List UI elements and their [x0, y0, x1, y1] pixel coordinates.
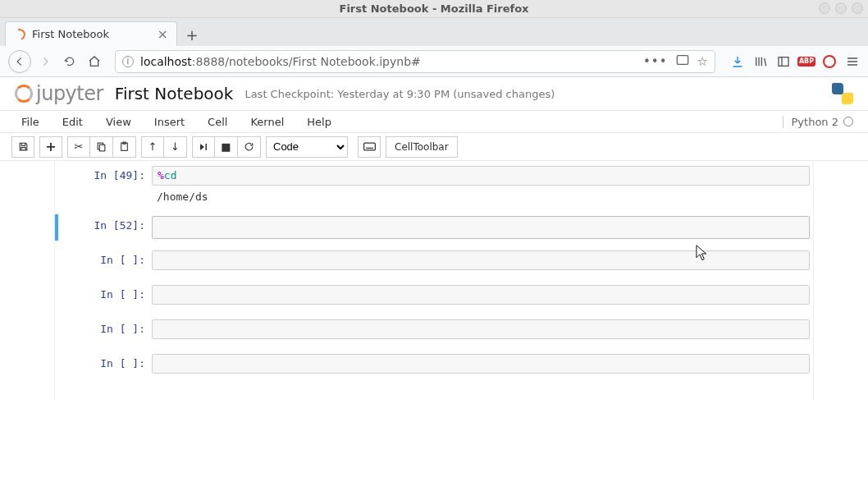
code-cell[interactable]: In [ ]:	[55, 318, 813, 341]
adblock-icon[interactable]: ABP	[799, 54, 814, 69]
code-input[interactable]	[152, 354, 810, 374]
hamburger-menu-icon[interactable]	[845, 54, 860, 69]
paste-icon	[119, 141, 130, 152]
code-input[interactable]: %cd	[152, 166, 810, 186]
info-icon[interactable]: i	[122, 56, 134, 67]
svg-rect-4	[99, 145, 105, 151]
copy-button[interactable]	[90, 136, 113, 158]
code-cell[interactable]: In [ ]:	[55, 352, 813, 375]
reload-icon	[64, 56, 75, 67]
input-prompt: In [ ]:	[55, 250, 152, 270]
cut-button[interactable]: ✂	[67, 136, 90, 158]
copy-icon	[96, 141, 107, 152]
run-button[interactable]	[192, 136, 215, 158]
interrupt-button[interactable]: ■	[215, 136, 238, 158]
cut-icon: ✂	[75, 140, 84, 153]
menu-view[interactable]: View	[96, 112, 141, 131]
forward-button[interactable]	[34, 51, 56, 72]
menubar: File Edit View Insert Cell Kernel Help P…	[0, 110, 868, 133]
tab-title: First Notebook	[32, 28, 109, 40]
checkpoint-status: Last Checkpoint: Yesterday at 9:30 PM (u…	[244, 88, 555, 100]
close-button[interactable]	[852, 2, 863, 14]
jupyter-favicon-icon	[12, 26, 28, 42]
menu-file[interactable]: File	[11, 112, 49, 131]
bookmark-icon[interactable]: ☆	[697, 54, 708, 69]
input-prompt: In [49]:	[55, 166, 152, 186]
toolbar: + ✂ ↑ ↓ ■ Code CellToolbar	[0, 133, 868, 161]
browser-right-icons: ABP	[725, 54, 860, 69]
maximize-button[interactable]	[835, 2, 847, 14]
svg-rect-1	[779, 57, 788, 66]
window-controls	[819, 2, 863, 14]
menu-cell[interactable]: Cell	[198, 112, 237, 131]
code-cell[interactable]: In [49]: %cd	[55, 164, 813, 187]
notebook-area[interactable]: In [49]: %cd /home/ds In [52]: In [ ]: I…	[0, 161, 868, 482]
menu-kernel[interactable]: Kernel	[240, 112, 294, 131]
input-prompt: In [ ]:	[55, 354, 152, 374]
sidebar-icon[interactable]	[776, 54, 791, 69]
library-icon[interactable]	[753, 54, 768, 69]
code-cell[interactable]: In [ ]:	[55, 249, 813, 272]
arrow-down-icon: ↓	[171, 140, 180, 153]
kernel-name: Python 2	[792, 116, 838, 128]
celltype-dropdown[interactable]: Code	[266, 136, 348, 158]
home-button[interactable]	[84, 51, 105, 72]
output-text: /home/ds	[152, 189, 810, 204]
insert-cell-button[interactable]: +	[39, 136, 62, 158]
menu-edit[interactable]: Edit	[53, 112, 93, 131]
reload-button[interactable]	[59, 51, 80, 72]
tab-close-icon[interactable]: ×	[158, 28, 168, 41]
restart-button[interactable]	[238, 136, 261, 158]
keyboard-icon	[363, 142, 376, 151]
code-input[interactable]	[152, 319, 810, 339]
url-text: localhost:8888/notebooks/First Notebook.…	[140, 55, 421, 68]
jupyter-brand-text: jupyter	[36, 82, 103, 105]
os-titlebar: First Notebook - Mozilla Firefox	[0, 0, 868, 18]
reader-mode-icon[interactable]	[676, 54, 689, 69]
page-actions-icon[interactable]: •••	[643, 54, 668, 69]
downloads-icon[interactable]	[730, 54, 745, 69]
celltoolbar-button[interactable]: CellToolbar	[386, 136, 458, 158]
arrow-up-icon: ↑	[148, 140, 158, 153]
menu-insert[interactable]: Insert	[144, 112, 194, 131]
paste-button[interactable]	[113, 136, 136, 158]
arrow-left-icon	[14, 56, 25, 67]
save-button[interactable]	[11, 136, 34, 158]
menu-help[interactable]: Help	[297, 112, 341, 131]
stop-icon: ■	[221, 140, 231, 153]
code-input[interactable]	[152, 285, 810, 305]
restart-icon	[244, 141, 254, 152]
kernel-indicator[interactable]: Python 2	[783, 116, 857, 128]
code-cell[interactable]: In [ ]:	[55, 283, 813, 306]
move-down-button[interactable]: ↓	[164, 136, 187, 158]
arrow-right-icon	[39, 56, 51, 67]
url-bar[interactable]: i localhost:8888/notebooks/First Noteboo…	[115, 50, 715, 73]
code-cell[interactable]: In [52]:	[55, 214, 813, 241]
run-icon	[199, 142, 208, 152]
browser-navbar: i localhost:8888/notebooks/First Noteboo…	[0, 46, 868, 77]
python-logo-icon[interactable]	[832, 83, 853, 104]
input-prompt: In [ ]:	[55, 319, 152, 339]
move-up-button[interactable]: ↑	[141, 136, 164, 158]
jupyter-header: jupyter First Notebook Last Checkpoint: …	[0, 77, 868, 110]
browser-tab[interactable]: First Notebook ×	[5, 21, 177, 46]
code-input[interactable]	[152, 216, 810, 239]
page-content: jupyter First Notebook Last Checkpoint: …	[0, 77, 868, 482]
kernel-status-icon	[843, 117, 853, 126]
code-input[interactable]	[152, 250, 810, 270]
window-title: First Notebook - Mozilla Firefox	[0, 2, 868, 15]
browser-tabstrip: First Notebook × +	[0, 18, 868, 46]
back-button[interactable]	[8, 50, 31, 73]
input-prompt: In [52]:	[58, 216, 152, 239]
celltoolbar-label: CellToolbar	[395, 141, 449, 153]
notebook-title[interactable]: First Notebook	[115, 84, 234, 103]
new-tab-button[interactable]: +	[180, 23, 203, 46]
plus-icon: +	[45, 139, 56, 154]
notebook-container: In [49]: %cd /home/ds In [52]: In [ ]: I…	[54, 161, 814, 400]
opera-icon[interactable]	[822, 54, 837, 69]
command-palette-button[interactable]	[358, 136, 381, 158]
svg-rect-8	[363, 143, 375, 150]
save-icon	[18, 141, 29, 152]
jupyter-logo[interactable]: jupyter	[15, 82, 103, 105]
minimize-button[interactable]	[819, 2, 830, 14]
